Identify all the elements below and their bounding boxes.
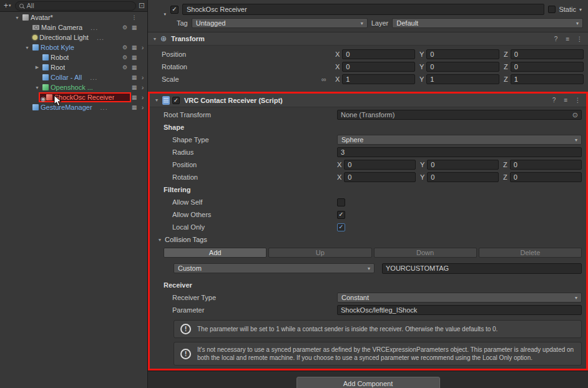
- axis-z-label[interactable]: Z: [504, 63, 508, 70]
- constrain-proportions-icon[interactable]: ∞: [321, 75, 335, 83]
- foldout-open-icon[interactable]: ▼: [152, 37, 158, 41]
- layer-dropdown[interactable]: Default ▾: [392, 18, 583, 28]
- axis-x-label[interactable]: X: [337, 173, 341, 181]
- scale-z-field[interactable]: 1: [511, 74, 584, 84]
- receiver-type-dropdown[interactable]: Constant ▾: [337, 293, 582, 303]
- kebab-menu-icon[interactable]: ⋮: [130, 14, 138, 21]
- name-field[interactable]: ShockOsc Receiver: [182, 4, 544, 15]
- prefab-open-chevron[interactable]: ›: [140, 44, 145, 51]
- custom-tag-field[interactable]: YOURCUSTOMTAG: [382, 263, 582, 274]
- kebab-menu-icon[interactable]: ⋮: [573, 97, 582, 104]
- tag-type-dropdown[interactable]: Custom ▾: [174, 263, 375, 273]
- hierarchy-item-root[interactable]: ▶ Root ⚙ ▦: [0, 62, 147, 72]
- axis-y-label[interactable]: Y: [420, 173, 424, 181]
- add-button[interactable]: Add: [164, 248, 267, 258]
- property-label: Position: [162, 51, 321, 58]
- property-label: Rotation: [162, 63, 321, 70]
- axis-y-label[interactable]: Y: [420, 161, 424, 168]
- shape-type-dropdown[interactable]: Sphere ▾: [337, 135, 582, 145]
- inspector-panel: ▾ ✓ ShockOsc Receiver Static ▾ Tag Untag…: [148, 0, 588, 388]
- axis-x-label[interactable]: X: [335, 51, 340, 58]
- hierarchy-item-main-camera[interactable]: Main Camera ... ⚙ ▦: [0, 22, 147, 32]
- down-button[interactable]: Down: [374, 248, 477, 258]
- position-x-field[interactable]: 0: [342, 49, 415, 59]
- foldout-open-icon[interactable]: ▼: [34, 85, 41, 90]
- axis-y-label[interactable]: Y: [419, 75, 424, 83]
- axis-x-label[interactable]: X: [335, 75, 340, 83]
- foldout-closed-icon[interactable]: ▶: [34, 65, 41, 70]
- hierarchy-item-collar-all[interactable]: Collar - All ... ▦ ›: [0, 72, 147, 82]
- presets-icon[interactable]: ≡: [563, 36, 572, 42]
- overrides-ellipsis: ...: [97, 34, 104, 41]
- scale-y-field[interactable]: 1: [426, 74, 499, 84]
- vrc-position-y-field[interactable]: 0: [427, 160, 499, 170]
- allow-others-checkbox[interactable]: ✓: [337, 211, 345, 219]
- prefab-open-chevron[interactable]: ›: [140, 104, 145, 111]
- foldout-open-icon[interactable]: ▼: [24, 46, 31, 50]
- radius-field[interactable]: 3: [337, 147, 582, 157]
- vrc-component-header[interactable]: ▼ ✓ VRC Contact Receiver (Script) ? ≡ ⋮: [150, 94, 586, 107]
- info-icon: !: [180, 349, 191, 359]
- hierarchy-item-avatar[interactable]: ▼ Avatar* ⋮: [0, 12, 147, 22]
- root-transform-object-field[interactable]: None (Transform) ⊙: [337, 110, 582, 120]
- static-checkbox[interactable]: [548, 6, 556, 13]
- rotation-y-field[interactable]: 0: [426, 62, 499, 72]
- collision-tags-foldout[interactable]: ▼ Collision Tags: [150, 233, 586, 246]
- hierarchy-item-openshock[interactable]: ▼ Openshock ... ▦ ›: [0, 82, 147, 92]
- transform-header[interactable]: ▼ ⊕ Transform ? ≡ ⋮: [148, 32, 588, 46]
- info-box-synced: ! It's not necessary to use a synced par…: [174, 342, 582, 366]
- axis-z-label[interactable]: Z: [503, 173, 507, 181]
- help-icon[interactable]: ?: [551, 36, 561, 42]
- search-filter-icon[interactable]: ⊡: [139, 1, 145, 10]
- position-z-field[interactable]: 0: [511, 49, 584, 59]
- up-button[interactable]: Up: [268, 248, 371, 258]
- hierarchy-item-robot[interactable]: Robot ⚙ ▦: [0, 52, 147, 62]
- vrc-rotation-x-field[interactable]: 0: [344, 172, 416, 182]
- prefab-open-chevron[interactable]: ›: [140, 74, 145, 81]
- gameobject-cube-icon[interactable]: ▾: [153, 3, 167, 16]
- axis-y-label[interactable]: Y: [419, 51, 424, 58]
- rotation-x-field[interactable]: 0: [342, 62, 415, 72]
- foldout-open-icon[interactable]: ▼: [14, 16, 21, 20]
- vrc-position-x-field[interactable]: 0: [344, 160, 416, 170]
- allow-self-checkbox[interactable]: [337, 198, 345, 206]
- scale-x-field[interactable]: 1: [342, 74, 415, 84]
- property-label: Scale: [162, 75, 321, 83]
- hierarchy-item-directional-light[interactable]: Directional Light ...: [0, 32, 147, 42]
- scene-visibility-eye-icon[interactable]: ◉: [41, 95, 46, 102]
- add-component-button[interactable]: Add Component: [296, 377, 440, 388]
- kebab-menu-icon[interactable]: ⋮: [575, 36, 584, 42]
- axis-x-label[interactable]: X: [337, 161, 341, 168]
- help-icon[interactable]: ?: [549, 97, 559, 104]
- prefab-open-chevron[interactable]: ›: [140, 94, 145, 101]
- tag-dropdown[interactable]: Untagged ▾: [192, 18, 368, 28]
- create-button[interactable]: +▾: [2, 1, 12, 10]
- rotation-z-field[interactable]: 0: [511, 62, 584, 72]
- axis-z-label[interactable]: Z: [504, 75, 508, 83]
- search-input[interactable]: All: [15, 1, 136, 11]
- axis-z-label[interactable]: Z: [504, 51, 508, 58]
- presets-icon[interactable]: ≡: [561, 97, 571, 104]
- foldout-open-icon[interactable]: ▼: [156, 238, 164, 242]
- axis-z-label[interactable]: Z: [503, 161, 507, 168]
- position-y-field[interactable]: 0: [426, 49, 499, 59]
- static-dropdown-arrow[interactable]: ▾: [579, 7, 582, 12]
- active-checkbox[interactable]: ✓: [170, 6, 179, 14]
- local-only-checkbox[interactable]: ✓: [337, 223, 345, 231]
- axis-x-label[interactable]: X: [335, 63, 340, 70]
- delete-button[interactable]: Delete: [479, 248, 582, 258]
- axis-y-label[interactable]: Y: [419, 63, 424, 70]
- hierarchy-item-shockosc-receiver[interactable]: ◉ ShockOsc Receiver ▦ ›: [0, 92, 147, 102]
- vrc-rotation-y-field[interactable]: 0: [427, 172, 499, 182]
- prefab-open-chevron[interactable]: ›: [140, 84, 145, 91]
- chevron-down-icon: ▾: [368, 266, 370, 271]
- gameobject-icon: [42, 54, 49, 61]
- hierarchy-item-gesturemanager[interactable]: GestureManager ... ▦ ›: [0, 102, 147, 112]
- vrc-rotation-z-field[interactable]: 0: [510, 172, 582, 182]
- component-enabled-checkbox[interactable]: ✓: [172, 97, 180, 104]
- object-picker-icon[interactable]: ⊙: [572, 111, 578, 119]
- parameter-field[interactable]: ShockOsc/leftleg_IShock: [337, 305, 582, 315]
- hierarchy-item-robot-kyle[interactable]: ▼ Robot Kyle ⚙ ▦ ›: [0, 42, 147, 52]
- vrc-position-z-field[interactable]: 0: [510, 160, 582, 170]
- foldout-open-icon[interactable]: ▼: [154, 98, 160, 102]
